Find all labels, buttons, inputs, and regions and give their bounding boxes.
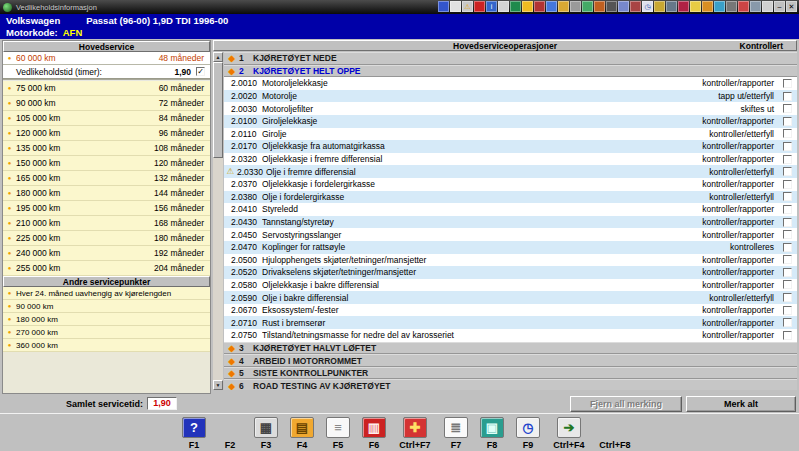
document-icon[interactable] — [450, 1, 461, 12]
interval-row[interactable]: 210 000 km 168 måneder — [3, 216, 210, 231]
coolant-icon[interactable] — [714, 1, 725, 12]
operation-checkbox[interactable] — [783, 205, 792, 214]
filter-icon[interactable] — [618, 1, 629, 12]
operation-checkbox[interactable] — [783, 155, 792, 164]
operation-checkbox[interactable] — [783, 331, 792, 340]
function-button[interactable]: ✚ Ctrl+F7 — [392, 416, 438, 450]
operation-row[interactable]: 2.0380 Olje i fordelergirkasse kontrolle… — [224, 191, 797, 204]
vehicle-data-icon[interactable]: ▣ — [480, 417, 504, 438]
interval-row[interactable]: 105 000 km 84 måneder — [3, 111, 210, 126]
manual-icon[interactable]: ▥ — [362, 417, 386, 438]
tools-icon[interactable] — [534, 1, 545, 12]
chart-icon[interactable] — [582, 1, 593, 12]
operation-row[interactable]: 2.0450 Servostyringsslanger kontroller/r… — [224, 228, 797, 241]
operation-row[interactable]: 2.0500 Hjulopphengets skjøter/tetninger/… — [224, 254, 797, 267]
bulb-icon[interactable] — [522, 1, 533, 12]
folder-icon[interactable] — [558, 1, 569, 12]
operation-checkbox[interactable] — [783, 117, 792, 126]
search-icon[interactable] — [762, 1, 773, 12]
lubricants-icon[interactable]: ▤ — [290, 417, 314, 438]
operation-row[interactable]: 2.0470 Koplinger for rattsøyle kontrolle… — [224, 241, 797, 254]
book-icon[interactable] — [510, 1, 521, 12]
function-button[interactable]: Ctrl+F8 — [592, 416, 638, 450]
other-service-row[interactable]: 180 000 km — [3, 313, 210, 326]
operation-row[interactable]: 2.0710 Rust i bremserør kontroller/rappo… — [224, 316, 797, 329]
function-button[interactable]: ≡ F5 — [320, 416, 356, 450]
section-row[interactable]: 6 ROAD TESTING AV KJØRETØYET — [224, 379, 797, 390]
scroll-down-icon[interactable] — [213, 380, 223, 390]
function-button[interactable]: ◷ F9 — [510, 416, 546, 450]
operation-checkbox[interactable] — [783, 79, 792, 88]
interval-row[interactable]: 195 000 km 156 måneder — [3, 201, 210, 216]
interval-row[interactable]: 75 000 km 60 måneder — [3, 81, 210, 96]
operation-checkbox[interactable] — [783, 243, 792, 252]
manual-icon[interactable] — [738, 1, 749, 12]
section-row[interactable]: 2 KJØRETØYET HELT OPPE — [224, 65, 797, 78]
operation-checkbox[interactable] — [783, 293, 792, 302]
operation-checkbox[interactable] — [783, 280, 792, 289]
operation-row[interactable]: 2.0520 Drivakselens skjøter/tetninger/ma… — [224, 266, 797, 279]
function-button[interactable]: ➔ Ctrl+F4 — [546, 416, 592, 450]
operation-checkbox[interactable] — [783, 268, 792, 277]
operation-checkbox[interactable] — [783, 92, 792, 101]
printer-icon[interactable] — [498, 1, 509, 12]
function-button[interactable]: ▦ F3 — [248, 416, 284, 450]
info-icon[interactable]: i — [486, 1, 497, 12]
close-icon[interactable]: ✕ — [786, 1, 797, 12]
operation-checkbox[interactable] — [783, 230, 792, 239]
interval-row[interactable]: 120 000 km 96 måneder — [3, 126, 210, 141]
section-row[interactable]: 1 KJØRETØYET NEDE — [224, 52, 797, 65]
wrench-icon[interactable] — [750, 1, 761, 12]
interval-row[interactable]: 255 000 km 204 måneder — [3, 261, 210, 276]
battery-icon[interactable] — [594, 1, 605, 12]
function-button[interactable]: ? F1 — [176, 416, 212, 450]
function-button[interactable]: ≣ F7 — [438, 416, 474, 450]
scroll-up-icon[interactable] — [213, 52, 223, 62]
interval-row[interactable]: 90 000 km 72 måneder — [3, 96, 210, 111]
document-icon[interactable]: ≡ — [326, 417, 350, 438]
operation-row[interactable]: 2.0330 Olje i fremre differensial kontro… — [224, 165, 797, 178]
other-service-row[interactable]: Hver 24. måned uavhengig av kjørelengden — [3, 287, 210, 300]
wheel-icon[interactable] — [606, 1, 617, 12]
operation-row[interactable]: 2.0030 Motoroljefilter skiftes ut — [224, 102, 797, 115]
operation-row[interactable]: 2.0100 Giroljelekkasje kontroller/rappor… — [224, 115, 797, 128]
operation-row[interactable]: 2.0020 Motorolje tapp ut/etterfyll — [224, 90, 797, 103]
selected-interval-row[interactable]: 60 000 km 48 måneder — [3, 52, 210, 65]
operation-row[interactable]: 2.0750 Tilstand/tetningsmasse for nedre … — [224, 329, 797, 342]
operation-row[interactable]: 2.0590 Olje i bakre differensial kontrol… — [224, 291, 797, 304]
other-service-row[interactable]: 90 000 km — [3, 300, 210, 313]
operation-row[interactable]: 2.0110 Girolje kontroller/etterfyll — [224, 128, 797, 141]
belt-icon[interactable] — [630, 1, 641, 12]
operation-checkbox[interactable] — [783, 167, 792, 176]
operation-row[interactable]: 2.0320 Oljelekkasje i fremre differensia… — [224, 153, 797, 166]
interval-row[interactable]: 180 000 km 144 måneder — [3, 186, 210, 201]
maintenance-time-checkbox[interactable] — [196, 67, 205, 76]
repair-times-icon[interactable]: ✚ — [403, 417, 427, 438]
operation-checkbox[interactable] — [783, 218, 792, 227]
car-icon[interactable] — [546, 1, 557, 12]
scroll-thumb[interactable] — [213, 62, 223, 158]
operations-scrollbar[interactable] — [213, 52, 223, 390]
function-button[interactable]: ▥ F6 — [356, 416, 392, 450]
report-icon[interactable]: ≣ — [444, 417, 468, 438]
help-icon[interactable]: ? — [182, 417, 206, 438]
other-service-row[interactable]: 360 000 km — [3, 339, 210, 352]
operation-checkbox[interactable] — [783, 104, 792, 113]
clear-marking-button[interactable]: Fjern all merking — [570, 396, 682, 412]
keypad-icon[interactable]: ▦ — [254, 417, 278, 438]
operation-row[interactable]: 2.0430 Tannstang/styretøy kontroller/rap… — [224, 216, 797, 229]
engine-icon[interactable] — [666, 1, 677, 12]
minimize-icon[interactable]: – — [774, 1, 785, 12]
operation-row[interactable]: 2.0580 Oljelekkasje i bakre differensial… — [224, 279, 797, 292]
grid-icon[interactable] — [438, 1, 449, 12]
section-row[interactable]: 3 KJØRETØYET HALVT LØFTET — [224, 342, 797, 355]
operation-checkbox[interactable] — [783, 255, 792, 264]
gear-icon[interactable] — [570, 1, 581, 12]
function-button[interactable]: ▤ F4 — [284, 416, 320, 450]
function-button[interactable]: F2 — [212, 416, 248, 450]
service-times-icon[interactable]: ◷ — [516, 417, 540, 438]
section-row[interactable]: 5 SISTE KONTROLLPUNKTER — [224, 367, 797, 380]
operation-checkbox[interactable] — [783, 306, 792, 315]
operation-row[interactable]: 2.0370 Oljelekkasje i fordelergirkasse k… — [224, 178, 797, 191]
warning-icon[interactable]: ⚠ — [462, 1, 473, 12]
